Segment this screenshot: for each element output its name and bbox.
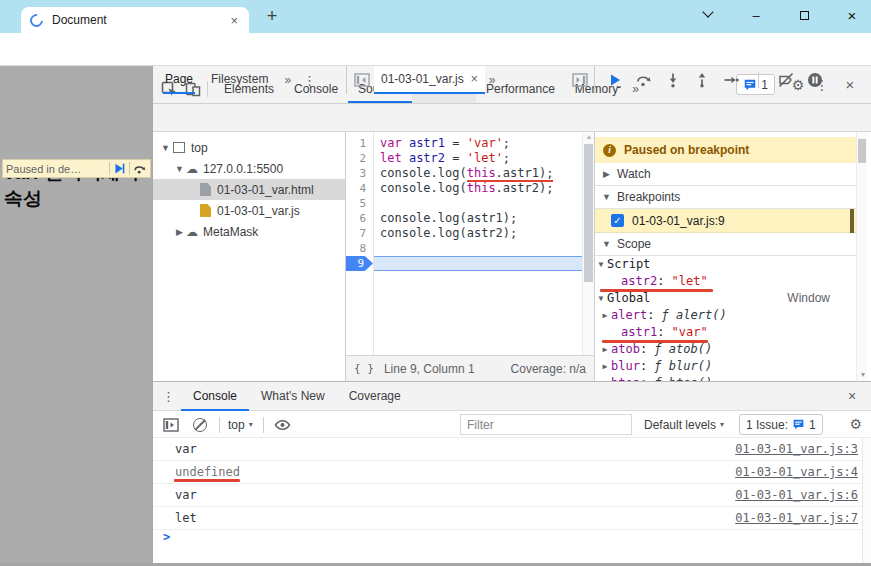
source-link[interactable]: 01-03-01_var.js:6 bbox=[735, 488, 858, 502]
navigator-tab-page[interactable]: Page bbox=[163, 66, 195, 94]
debugger-scrollbar[interactable]: ▼ bbox=[856, 132, 867, 381]
drawer-menu-dots[interactable]: ⋮ bbox=[162, 389, 175, 404]
breakpoint-checkbox[interactable]: ✓ bbox=[611, 214, 624, 227]
scope-variable[interactable]: astr2: "let" bbox=[595, 273, 862, 290]
scope-function[interactable]: ▶alert: ƒ alert() bbox=[595, 307, 862, 324]
window-close-button[interactable]: × bbox=[834, 0, 870, 32]
console-toolbar: top ▾ Default levels ▾ 1 Issue: 1 ⚙ bbox=[153, 411, 871, 438]
scope-script-header[interactable]: ▼Script bbox=[595, 256, 862, 273]
pause-on-exceptions-button[interactable] bbox=[807, 72, 823, 88]
window-chevron-button[interactable] bbox=[690, 0, 726, 32]
line-number[interactable]: 8 bbox=[346, 241, 373, 256]
scope-section-header[interactable]: ▼ Scope bbox=[595, 233, 862, 256]
console-sidebar-icon[interactable] bbox=[163, 418, 179, 432]
expand-arrow-icon[interactable]: ▼ bbox=[159, 143, 172, 153]
execution-line-badge[interactable]: 9 bbox=[346, 256, 373, 271]
line-number[interactable]: 5 bbox=[346, 196, 373, 211]
expand-arrow-icon[interactable]: ▼ bbox=[600, 192, 613, 202]
line-number[interactable]: 7 bbox=[346, 226, 373, 241]
editor-tab-close-icon[interactable]: × bbox=[471, 72, 478, 86]
scroll-down-arrow-icon[interactable]: ▼ bbox=[857, 371, 869, 378]
line-number[interactable]: 3 bbox=[346, 166, 373, 181]
line-number[interactable]: 2 bbox=[346, 151, 373, 166]
paused-execution-line[interactable]: 9 bbox=[346, 256, 594, 271]
clear-console-icon[interactable] bbox=[193, 418, 207, 432]
drawer-tab-whats-new[interactable]: What's New bbox=[249, 382, 337, 411]
resume-button[interactable] bbox=[607, 72, 623, 88]
drawer-tab-coverage[interactable]: Coverage bbox=[337, 382, 413, 411]
scroll-up-arrow-icon[interactable]: ▲ bbox=[583, 133, 594, 140]
scope-function[interactable]: ▶blur: ƒ blur() bbox=[595, 358, 862, 375]
navigator-tab-filesystem[interactable]: Filesystem bbox=[209, 66, 270, 94]
line-number[interactable]: 6 bbox=[346, 211, 373, 226]
editor-tab-active[interactable]: 01-03-01_var.js × bbox=[374, 66, 485, 94]
log-levels-dropdown[interactable]: Default levels ▾ bbox=[644, 411, 724, 438]
source-editor-pane: 1var astr1 = 'var'; 2let astr2 = 'let'; … bbox=[346, 132, 594, 381]
console-settings-gear-icon[interactable]: ⚙ bbox=[849, 416, 862, 432]
console-message-row[interactable]: let01-03-01_var.js:7 bbox=[153, 507, 871, 530]
console-message-row[interactable]: var01-03-01_var.js:3 bbox=[153, 438, 871, 461]
drawer-tab-console[interactable]: Console bbox=[181, 382, 249, 411]
scope-global-header[interactable]: ▼GlobalWindow bbox=[595, 290, 862, 307]
resume-script-icon[interactable] bbox=[113, 162, 126, 175]
new-tab-button[interactable]: + bbox=[260, 5, 284, 29]
navigator-menu-dots[interactable]: ⋮ bbox=[303, 73, 316, 88]
watch-section-header[interactable]: ▶ Watch bbox=[595, 163, 862, 186]
scope-variable[interactable]: astr1: "var" bbox=[595, 324, 862, 341]
source-link[interactable]: 01-03-01_var.js:3 bbox=[735, 442, 858, 456]
breakpoint-entry[interactable]: ✓ 01-03-01_var.js:9 bbox=[595, 209, 862, 233]
line-number[interactable]: 1 bbox=[346, 136, 373, 151]
source-link[interactable]: 01-03-01_var.js:7 bbox=[735, 511, 858, 525]
show-debugger-icon[interactable] bbox=[572, 73, 588, 87]
page-content: var: 전역객체의 속성 Paused in de… bbox=[0, 66, 152, 563]
expand-arrow-icon[interactable]: ▼ bbox=[600, 239, 613, 249]
console-issues-counter[interactable]: 1 Issue: 1 bbox=[739, 414, 823, 435]
tree-item-js-file[interactable]: 01-03-01_var.js bbox=[153, 200, 345, 221]
console-filter-input[interactable] bbox=[460, 414, 632, 435]
source-link[interactable]: 01-03-01_var.js:4 bbox=[735, 465, 858, 479]
editor-more-tabs-chevron[interactable]: » bbox=[485, 67, 500, 94]
pretty-print-icon[interactable]: { } bbox=[354, 362, 374, 375]
step-into-button[interactable] bbox=[665, 72, 681, 88]
collapse-arrow-icon[interactable]: ▶ bbox=[600, 169, 613, 179]
maximize-icon bbox=[800, 11, 809, 20]
dropdown-arrow-icon: ▾ bbox=[720, 420, 724, 429]
console-scrollbar[interactable] bbox=[862, 438, 871, 564]
collapse-arrow-icon[interactable]: ▶ bbox=[173, 227, 186, 237]
step-button[interactable] bbox=[723, 72, 739, 88]
tree-item-html-file[interactable]: 01-03-01_var.html bbox=[153, 179, 345, 200]
drawer-close-icon[interactable]: × bbox=[842, 386, 862, 406]
code-area[interactable]: 1var astr1 = 'var'; 2let astr2 = 'let'; … bbox=[346, 132, 594, 355]
console-message-row[interactable]: undefined01-03-01_var.js:4 bbox=[153, 461, 871, 484]
window-minimize-button[interactable]: – bbox=[738, 0, 774, 32]
console-message-row[interactable]: var01-03-01_var.js:6 bbox=[153, 484, 871, 507]
line-number[interactable]: 4 bbox=[346, 181, 373, 196]
debugger-scrollbar-thumb[interactable] bbox=[858, 139, 866, 163]
expand-arrow-icon[interactable]: ▼ bbox=[595, 256, 607, 273]
tab-close-icon[interactable]: × bbox=[228, 13, 240, 28]
editor-scrollbar[interactable]: ▲ bbox=[582, 132, 594, 355]
expand-arrow-icon[interactable]: ▼ bbox=[595, 290, 607, 307]
context-selector[interactable]: top bbox=[228, 418, 245, 432]
breakpoints-section-header[interactable]: ▼ Breakpoints bbox=[595, 186, 862, 209]
editor-scrollbar-thumb[interactable] bbox=[584, 144, 593, 282]
collapse-arrow-icon[interactable]: ▶ bbox=[599, 341, 611, 358]
step-over-button[interactable] bbox=[636, 72, 652, 88]
live-expression-eye-icon[interactable] bbox=[274, 418, 291, 432]
browser-tab[interactable]: Document × bbox=[21, 7, 249, 33]
hide-navigator-icon[interactable] bbox=[354, 73, 370, 87]
window-maximize-button[interactable] bbox=[786, 0, 822, 32]
step-out-button[interactable] bbox=[694, 72, 710, 88]
file-navigator-pane: ▼ top ▼ ☁ 127.0.0.1:5500 01-03-01_var.ht… bbox=[153, 132, 346, 381]
deactivate-breakpoints-button[interactable] bbox=[778, 72, 794, 88]
collapse-arrow-icon[interactable]: ▶ bbox=[599, 307, 611, 324]
step-over-banner-icon[interactable] bbox=[133, 162, 147, 175]
collapse-arrow-icon[interactable]: ▶ bbox=[599, 358, 611, 375]
tree-item-metamask[interactable]: ▶ ☁ MetaMask bbox=[153, 221, 345, 242]
expand-arrow-icon[interactable]: ▼ bbox=[173, 164, 186, 174]
tree-item-origin[interactable]: ▼ ☁ 127.0.0.1:5500 bbox=[153, 158, 345, 179]
scope-function[interactable]: ▶atob: ƒ atob() bbox=[595, 341, 862, 358]
tree-item-top[interactable]: ▼ top bbox=[153, 137, 345, 158]
console-prompt-chevron[interactable]: > bbox=[163, 530, 170, 544]
navigator-more-chevron[interactable]: » bbox=[280, 67, 295, 94]
